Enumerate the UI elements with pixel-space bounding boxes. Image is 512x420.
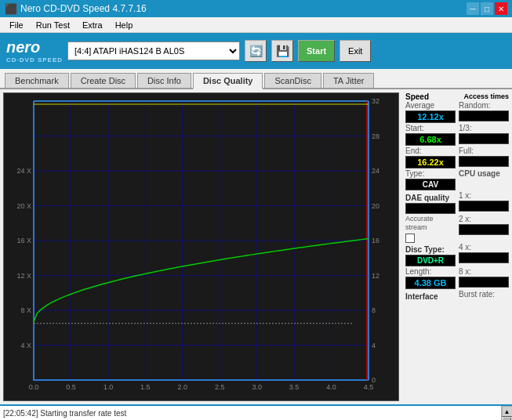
tab-disc-info[interactable]: Disc Info [137,73,191,88]
cpu-1x-value [459,201,509,212]
cpu2x-col: 2 x: [459,215,509,243]
cpu-usage-label: CPU usage [459,169,509,178]
type-value: CAV [405,179,456,190]
type-col: Type: CAV [405,169,456,191]
cpu-8x-value [459,277,509,288]
end-full-row: End: 16.22x Full: [405,147,509,169]
chart-container [3,92,399,401]
start-col: Start: 6.68x [405,124,456,147]
onethird-label: 1/3: [459,124,509,132]
cpu8x-col: 8 x: [459,267,509,290]
start-button[interactable]: Start [298,40,335,62]
length-col: Length: 4.38 GB [405,267,456,290]
full-col: Full: [459,147,509,169]
exit-button[interactable]: Exit [340,40,371,62]
cpu-2x-value [459,224,509,235]
speed-label: Speed [405,92,456,101]
onethird-value [459,133,509,144]
disc-type-label: Disc Type: [405,245,456,254]
menubar: File Run Test Extra Help [0,17,512,33]
random-value [459,110,509,121]
menu-runtest[interactable]: Run Test [30,19,76,31]
main-content: Speed Access times Average 12.12x Random… [0,89,512,404]
end-label: End: [405,147,456,155]
cpu-8x-label: 8 x: [459,267,509,276]
full-label: Full: [459,147,509,155]
tabs-bar: Benchmark Create Disc Disc Info Disc Qua… [0,69,512,89]
tab-create-disc[interactable]: Create Disc [71,73,136,88]
disc-col: Disc Type: DVD+R [405,243,456,267]
speed-chart [4,93,398,400]
statusbar: [22:05:42] Starting transfer rate test [… [0,404,512,420]
maximize-button[interactable]: □ [481,2,493,15]
cpu-usage-col: CPU usage [459,169,509,191]
length-cpu8x-row: Length: 4.38 GB 8 x: [405,267,509,290]
onethird-col: 1/3: [459,124,509,147]
accurate-checkbox-row [405,234,456,243]
average-label: Average [405,101,456,110]
cpu4x-col: 4 x: [459,243,509,267]
accurate-col: Accurate stream [405,215,456,243]
accurate-stream-checkbox[interactable] [405,234,415,243]
accurate-stream-label: Accurate stream [405,215,456,232]
type-cpu-header-row: Type: CAV CPU usage [405,169,509,191]
statusbar-scrollbar[interactable]: ▲ ▼ [501,406,512,420]
burst-col: Burst rate: [459,290,509,301]
cpu1x-col: 1 x: [459,191,509,215]
disc-cpu4x-row: Disc Type: DVD+R 4 x: [405,243,509,267]
cpu-1x-label: 1 x: [459,191,509,200]
full-value [459,156,509,167]
scroll-up-button[interactable]: ▲ [502,406,513,417]
nero-logo: nero [6,38,63,56]
speed-section: Speed Access times Average 12.12x Random… [405,92,509,301]
start-onethird-row: Start: 6.68x 1/3: [405,124,509,147]
end-col: End: 16.22x [405,147,456,169]
right-panel: Speed Access times Average 12.12x Random… [402,89,512,404]
start-label: Start: [405,124,456,132]
nero-subtitle: CD·DVD SPEED [6,56,63,63]
type-label: Type: [405,169,456,178]
drive-select[interactable]: [4:4] ATAPI iHAS124 B AL0S [67,42,240,60]
menu-file[interactable]: File [3,19,30,31]
average-value: 12.12x [405,110,456,123]
titlebar-title-group: ⬛ Nero CD-DVD Speed 4.7.7.16 [5,3,147,15]
status-log: [22:05:42] Starting transfer rate test [… [0,406,501,420]
cpu-4x-label: 4 x: [459,243,509,252]
titlebar-controls: ─ □ ✕ [467,2,507,15]
random-col: Random: [459,101,509,124]
tab-scan-disc[interactable]: ScanDisc [264,73,321,88]
interface-label: Interface [405,292,456,301]
titlebar-title: Nero CD-DVD Speed 4.7.7.16 [20,3,147,14]
interface-burst-row: Interface Burst rate: [405,290,509,301]
interface-col: Interface [405,290,456,301]
menu-help[interactable]: Help [109,19,140,31]
dae-quality-value [405,203,456,214]
cpu-4x-value [459,252,509,263]
tab-benchmark[interactable]: Benchmark [5,73,69,88]
toolbar: nero CD·DVD SPEED [4:4] ATAPI iHAS124 B … [0,33,512,69]
menu-extra[interactable]: Extra [76,19,109,31]
titlebar: ⬛ Nero CD-DVD Speed 4.7.7.16 ─ □ ✕ [0,0,512,17]
close-button[interactable]: ✕ [495,2,507,15]
cpu-2x-label: 2 x: [459,215,509,223]
speed-header-row: Speed Access times [405,92,509,101]
access-times-label: Access times [459,92,509,101]
end-value: 16.22x [405,156,456,168]
length-label: Length: [405,267,456,276]
dae-col: DAE quality [405,191,456,215]
avg-random-row: Average 12.12x Random: [405,101,509,124]
disc-type-value: DVD+R [405,255,456,266]
minimize-button[interactable]: ─ [467,2,479,15]
accurate-cpu2x-row: Accurate stream 2 x: [405,215,509,243]
burst-rate-label: Burst rate: [459,290,509,299]
status-line-1: [22:05:42] Starting transfer rate test [3,407,498,420]
start-value: 6.68x [405,133,456,146]
tab-disc-quality[interactable]: Disc Quality [193,73,263,89]
dae-quality-label: DAE quality [405,194,456,202]
random-label: Random: [459,101,509,110]
tab-ta-jitter[interactable]: TA Jitter [323,73,375,88]
dae-cpu1x-row: DAE quality 1 x: [405,191,509,215]
nero-logo-block: nero CD·DVD SPEED [6,38,63,63]
reload-icon[interactable]: 🔄 [245,40,267,62]
save-icon[interactable]: 💾 [271,40,293,62]
